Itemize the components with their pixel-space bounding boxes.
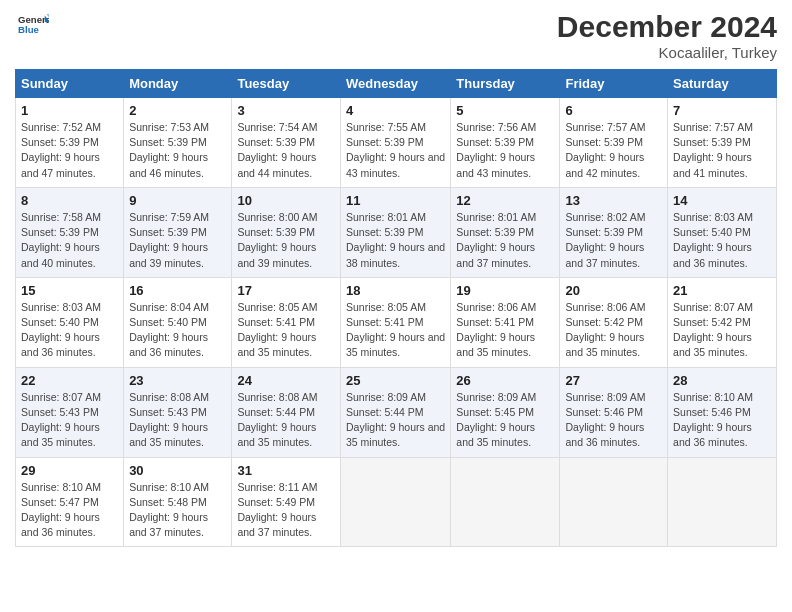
calendar-cell: 27Sunrise: 8:09 AMSunset: 5:46 PMDayligh… bbox=[560, 367, 668, 457]
calendar-cell: 28Sunrise: 8:10 AMSunset: 5:46 PMDayligh… bbox=[668, 367, 777, 457]
day-number: 11 bbox=[346, 193, 445, 208]
title-block: December 2024 Kocaaliler, Turkey bbox=[557, 10, 777, 61]
day-info: Sunrise: 8:05 AMSunset: 5:41 PMDaylight:… bbox=[346, 300, 445, 361]
day-info: Sunrise: 8:06 AMSunset: 5:42 PMDaylight:… bbox=[565, 300, 662, 361]
calendar-cell: 8Sunrise: 7:58 AMSunset: 5:39 PMDaylight… bbox=[16, 187, 124, 277]
day-number: 3 bbox=[237, 103, 335, 118]
day-info: Sunrise: 7:53 AMSunset: 5:39 PMDaylight:… bbox=[129, 120, 226, 181]
day-info: Sunrise: 8:10 AMSunset: 5:48 PMDaylight:… bbox=[129, 480, 226, 541]
calendar-table: SundayMondayTuesdayWednesdayThursdayFrid… bbox=[15, 69, 777, 547]
calendar-cell: 9Sunrise: 7:59 AMSunset: 5:39 PMDaylight… bbox=[124, 187, 232, 277]
calendar-cell: 4Sunrise: 7:55 AMSunset: 5:39 PMDaylight… bbox=[340, 98, 450, 188]
calendar-cell: 12Sunrise: 8:01 AMSunset: 5:39 PMDayligh… bbox=[451, 187, 560, 277]
day-number: 14 bbox=[673, 193, 771, 208]
day-info: Sunrise: 8:06 AMSunset: 5:41 PMDaylight:… bbox=[456, 300, 554, 361]
day-info: Sunrise: 8:07 AMSunset: 5:42 PMDaylight:… bbox=[673, 300, 771, 361]
calendar-cell: 11Sunrise: 8:01 AMSunset: 5:39 PMDayligh… bbox=[340, 187, 450, 277]
col-header-tuesday: Tuesday bbox=[232, 70, 341, 98]
calendar-cell bbox=[451, 457, 560, 547]
calendar-cell: 31Sunrise: 8:11 AMSunset: 5:49 PMDayligh… bbox=[232, 457, 341, 547]
day-info: Sunrise: 8:00 AMSunset: 5:39 PMDaylight:… bbox=[237, 210, 335, 271]
day-number: 4 bbox=[346, 103, 445, 118]
day-info: Sunrise: 8:07 AMSunset: 5:43 PMDaylight:… bbox=[21, 390, 118, 451]
day-number: 29 bbox=[21, 463, 118, 478]
day-info: Sunrise: 8:03 AMSunset: 5:40 PMDaylight:… bbox=[673, 210, 771, 271]
calendar-cell: 19Sunrise: 8:06 AMSunset: 5:41 PMDayligh… bbox=[451, 277, 560, 367]
calendar-cell: 25Sunrise: 8:09 AMSunset: 5:44 PMDayligh… bbox=[340, 367, 450, 457]
page-title: December 2024 bbox=[557, 10, 777, 44]
calendar-cell: 16Sunrise: 8:04 AMSunset: 5:40 PMDayligh… bbox=[124, 277, 232, 367]
day-info: Sunrise: 8:03 AMSunset: 5:40 PMDaylight:… bbox=[21, 300, 118, 361]
day-info: Sunrise: 8:09 AMSunset: 5:46 PMDaylight:… bbox=[565, 390, 662, 451]
day-number: 15 bbox=[21, 283, 118, 298]
calendar-cell: 24Sunrise: 8:08 AMSunset: 5:44 PMDayligh… bbox=[232, 367, 341, 457]
calendar-cell: 2Sunrise: 7:53 AMSunset: 5:39 PMDaylight… bbox=[124, 98, 232, 188]
day-number: 17 bbox=[237, 283, 335, 298]
calendar-cell: 21Sunrise: 8:07 AMSunset: 5:42 PMDayligh… bbox=[668, 277, 777, 367]
day-info: Sunrise: 7:52 AMSunset: 5:39 PMDaylight:… bbox=[21, 120, 118, 181]
col-header-thursday: Thursday bbox=[451, 70, 560, 98]
day-info: Sunrise: 7:57 AMSunset: 5:39 PMDaylight:… bbox=[673, 120, 771, 181]
day-number: 23 bbox=[129, 373, 226, 388]
day-number: 22 bbox=[21, 373, 118, 388]
day-number: 18 bbox=[346, 283, 445, 298]
calendar-week-row: 29Sunrise: 8:10 AMSunset: 5:47 PMDayligh… bbox=[16, 457, 777, 547]
day-number: 12 bbox=[456, 193, 554, 208]
day-number: 30 bbox=[129, 463, 226, 478]
day-info: Sunrise: 7:58 AMSunset: 5:39 PMDaylight:… bbox=[21, 210, 118, 271]
day-info: Sunrise: 8:05 AMSunset: 5:41 PMDaylight:… bbox=[237, 300, 335, 361]
calendar-cell: 17Sunrise: 8:05 AMSunset: 5:41 PMDayligh… bbox=[232, 277, 341, 367]
day-info: Sunrise: 8:10 AMSunset: 5:47 PMDaylight:… bbox=[21, 480, 118, 541]
day-info: Sunrise: 8:04 AMSunset: 5:40 PMDaylight:… bbox=[129, 300, 226, 361]
day-info: Sunrise: 7:56 AMSunset: 5:39 PMDaylight:… bbox=[456, 120, 554, 181]
calendar-week-row: 15Sunrise: 8:03 AMSunset: 5:40 PMDayligh… bbox=[16, 277, 777, 367]
calendar-cell bbox=[560, 457, 668, 547]
day-number: 10 bbox=[237, 193, 335, 208]
page-header: General Blue December 2024 Kocaaliler, T… bbox=[15, 10, 777, 61]
calendar-week-row: 8Sunrise: 7:58 AMSunset: 5:39 PMDaylight… bbox=[16, 187, 777, 277]
calendar-cell: 20Sunrise: 8:06 AMSunset: 5:42 PMDayligh… bbox=[560, 277, 668, 367]
day-info: Sunrise: 8:02 AMSunset: 5:39 PMDaylight:… bbox=[565, 210, 662, 271]
col-header-wednesday: Wednesday bbox=[340, 70, 450, 98]
day-number: 20 bbox=[565, 283, 662, 298]
day-number: 5 bbox=[456, 103, 554, 118]
day-number: 26 bbox=[456, 373, 554, 388]
calendar-header: SundayMondayTuesdayWednesdayThursdayFrid… bbox=[16, 70, 777, 98]
day-info: Sunrise: 8:09 AMSunset: 5:44 PMDaylight:… bbox=[346, 390, 445, 451]
day-number: 19 bbox=[456, 283, 554, 298]
day-number: 2 bbox=[129, 103, 226, 118]
day-number: 16 bbox=[129, 283, 226, 298]
logo: General Blue bbox=[15, 10, 49, 46]
calendar-cell: 15Sunrise: 8:03 AMSunset: 5:40 PMDayligh… bbox=[16, 277, 124, 367]
day-number: 9 bbox=[129, 193, 226, 208]
location-subtitle: Kocaaliler, Turkey bbox=[557, 44, 777, 61]
day-info: Sunrise: 8:01 AMSunset: 5:39 PMDaylight:… bbox=[456, 210, 554, 271]
day-info: Sunrise: 7:57 AMSunset: 5:39 PMDaylight:… bbox=[565, 120, 662, 181]
day-info: Sunrise: 7:55 AMSunset: 5:39 PMDaylight:… bbox=[346, 120, 445, 181]
calendar-cell: 1Sunrise: 7:52 AMSunset: 5:39 PMDaylight… bbox=[16, 98, 124, 188]
calendar-cell: 23Sunrise: 8:08 AMSunset: 5:43 PMDayligh… bbox=[124, 367, 232, 457]
day-number: 27 bbox=[565, 373, 662, 388]
day-info: Sunrise: 7:59 AMSunset: 5:39 PMDaylight:… bbox=[129, 210, 226, 271]
col-header-saturday: Saturday bbox=[668, 70, 777, 98]
day-info: Sunrise: 8:09 AMSunset: 5:45 PMDaylight:… bbox=[456, 390, 554, 451]
col-header-monday: Monday bbox=[124, 70, 232, 98]
day-number: 25 bbox=[346, 373, 445, 388]
calendar-week-row: 22Sunrise: 8:07 AMSunset: 5:43 PMDayligh… bbox=[16, 367, 777, 457]
col-header-friday: Friday bbox=[560, 70, 668, 98]
day-number: 6 bbox=[565, 103, 662, 118]
col-header-sunday: Sunday bbox=[16, 70, 124, 98]
day-number: 1 bbox=[21, 103, 118, 118]
calendar-cell: 18Sunrise: 8:05 AMSunset: 5:41 PMDayligh… bbox=[340, 277, 450, 367]
calendar-cell: 30Sunrise: 8:10 AMSunset: 5:48 PMDayligh… bbox=[124, 457, 232, 547]
calendar-cell: 14Sunrise: 8:03 AMSunset: 5:40 PMDayligh… bbox=[668, 187, 777, 277]
calendar-cell bbox=[340, 457, 450, 547]
calendar-cell: 7Sunrise: 7:57 AMSunset: 5:39 PMDaylight… bbox=[668, 98, 777, 188]
calendar-cell: 10Sunrise: 8:00 AMSunset: 5:39 PMDayligh… bbox=[232, 187, 341, 277]
day-number: 31 bbox=[237, 463, 335, 478]
day-number: 24 bbox=[237, 373, 335, 388]
day-info: Sunrise: 7:54 AMSunset: 5:39 PMDaylight:… bbox=[237, 120, 335, 181]
calendar-cell: 3Sunrise: 7:54 AMSunset: 5:39 PMDaylight… bbox=[232, 98, 341, 188]
day-number: 8 bbox=[21, 193, 118, 208]
day-number: 21 bbox=[673, 283, 771, 298]
